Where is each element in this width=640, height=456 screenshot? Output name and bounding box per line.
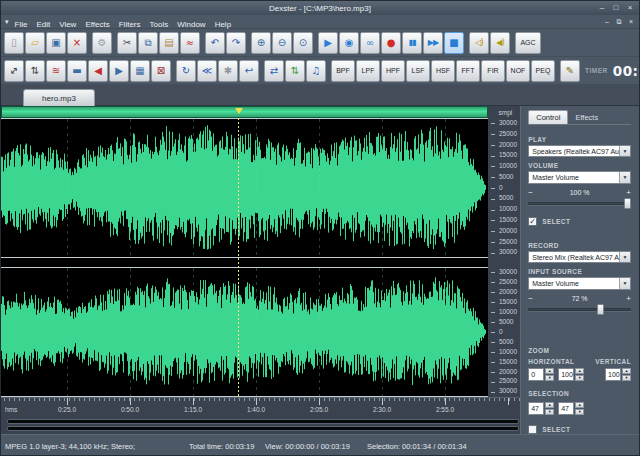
selection-start-value[interactable]: 47 — [528, 402, 544, 415]
paste-button[interactable]: ▤ — [159, 32, 179, 54]
spin-up-icon[interactable]: ▲ — [575, 402, 584, 408]
menu-tools[interactable]: Tools — [150, 20, 169, 29]
filter-hsf-button[interactable]: HSF — [431, 60, 455, 82]
menu-view[interactable]: View — [59, 20, 76, 29]
menu-file[interactable]: File — [15, 20, 28, 29]
volume-slider-thumb[interactable] — [624, 198, 631, 209]
spin-up-icon[interactable]: ▲ — [575, 368, 584, 374]
zoom-selection-button[interactable]: ⊙ — [293, 32, 313, 54]
spin-up-icon[interactable]: ▲ — [622, 368, 631, 374]
id3-tag-button[interactable]: ♫ — [306, 60, 326, 82]
filter-lpf-button[interactable]: LPF — [356, 60, 380, 82]
chevron-down-icon[interactable]: ▼ — [619, 278, 630, 288]
zoom-in-button[interactable]: ⊕ — [251, 32, 271, 54]
spin-down-icon[interactable]: ▼ — [622, 375, 631, 381]
loop-button[interactable]: ∞ — [360, 32, 380, 54]
document-close-button[interactable]: × — [627, 18, 635, 26]
reverse-button[interactable]: ↩ — [239, 60, 259, 82]
undo-button[interactable]: ↶ — [205, 32, 225, 54]
input-decrease-button[interactable]: − — [528, 294, 538, 303]
horizontal-scrollbar-right[interactable] — [7, 426, 519, 431]
filter-bpf-button[interactable]: BPF — [331, 60, 355, 82]
chevron-down-icon[interactable]: ▼ — [619, 172, 630, 182]
record-device-select[interactable]: Stereo Mix (Realtek AC97 A ▼ — [528, 251, 631, 263]
open-file-button[interactable]: ▱ — [25, 32, 45, 54]
filter-fft-button[interactable]: FFT — [456, 60, 480, 82]
document-minimize-button[interactable]: – — [603, 18, 611, 26]
cut-button[interactable]: ✂ — [117, 32, 137, 54]
fade-out-button[interactable]: ▶ — [109, 60, 129, 82]
normalize-button[interactable]: ⇅ — [25, 60, 45, 82]
select-bottom-checkbox[interactable] — [528, 425, 537, 434]
time-ruler[interactable]: hms 0:25.00:50.01:15.01:40.02:05.02:30.0… — [1, 397, 519, 417]
stretch-button[interactable]: ↔ — [4, 60, 24, 82]
input-source-select[interactable]: Master Volume ▼ — [528, 277, 631, 289]
selection-end-spinner[interactable]: 47 ▲▼ — [558, 402, 584, 415]
record-button[interactable]: ● — [381, 32, 401, 54]
play-button[interactable]: ▶ — [318, 32, 338, 54]
filter-nof-button[interactable]: NOF — [506, 60, 530, 82]
select-checkbox[interactable]: ✓ — [528, 217, 537, 226]
spin-down-icon[interactable]: ▼ — [545, 409, 554, 415]
overview-strip[interactable] — [1, 106, 488, 118]
tab-effects[interactable]: Effects — [568, 111, 605, 124]
selection-end-value[interactable]: 47 — [558, 402, 574, 415]
right-channel[interactable] — [1, 267, 488, 397]
noise-reduction-button[interactable]: ✱ — [218, 60, 238, 82]
close-file-button[interactable]: × — [67, 32, 87, 54]
volume-slider[interactable] — [528, 198, 631, 207]
playhead-line[interactable] — [238, 118, 239, 397]
selection-start-spinner[interactable]: 47 ▲▼ — [528, 402, 554, 415]
envelope-button[interactable]: ⊠ — [151, 60, 171, 82]
speaker-input-button[interactable]: ◁) — [469, 32, 489, 54]
volume-increase-button[interactable]: + — [621, 188, 631, 197]
input-increase-button[interactable]: + — [621, 294, 631, 303]
new-file-button[interactable]: ▯ — [4, 32, 24, 54]
insert-silence-button[interactable]: ⇄ — [264, 60, 284, 82]
menu-filters[interactable]: Filters — [119, 20, 141, 29]
chevron-down-icon[interactable]: ▼ — [619, 252, 630, 262]
menu-help[interactable]: Help — [215, 20, 231, 29]
options-button[interactable]: ⚙ — [92, 32, 112, 54]
tab-control[interactable]: Control — [528, 110, 568, 124]
volume-decrease-button[interactable]: − — [528, 188, 538, 197]
swap-channels-button[interactable]: ↻ — [176, 60, 196, 82]
redo-button[interactable]: ↷ — [226, 32, 246, 54]
silence-button[interactable]: ▬ — [67, 60, 87, 82]
zoom-horizontal-start-spinner[interactable]: 0 ▲▼ — [528, 368, 554, 381]
zoom-horizontal-start-value[interactable]: 0 — [528, 368, 544, 381]
adjust-pitch-button[interactable]: ⇅ — [285, 60, 305, 82]
mix-button[interactable]: ≈ — [180, 32, 200, 54]
horizontal-scrollbar-left[interactable] — [7, 419, 519, 424]
volume-source-select[interactable]: Master Volume ▼ — [528, 171, 631, 183]
document-restore-button[interactable]: ⧉ — [615, 18, 623, 26]
zoom-vertical-spinner[interactable]: 100 ▲▼ — [605, 368, 631, 381]
chevron-down-icon[interactable]: ▼ — [619, 146, 630, 156]
document-tab[interactable]: hero.mp3 — [23, 89, 95, 106]
zoom-horizontal-end-spinner[interactable]: 100 ▲▼ — [558, 368, 584, 381]
amplify-button[interactable]: ≋ — [46, 60, 66, 82]
invert-button[interactable]: ▦ — [130, 60, 150, 82]
spin-down-icon[interactable]: ▼ — [575, 375, 584, 381]
copy-button[interactable]: ⧉ — [138, 32, 158, 54]
zoom-horizontal-end-value[interactable]: 100 — [558, 368, 574, 381]
maximize-button[interactable]: □ — [611, 3, 621, 13]
play-file-button[interactable]: ◉ — [339, 32, 359, 54]
save-file-button[interactable]: ▣ — [46, 32, 66, 54]
filter-fir-button[interactable]: FIR — [481, 60, 505, 82]
input-slider-thumb[interactable] — [597, 304, 604, 315]
speaker-output-button[interactable]: ◀) — [490, 32, 510, 54]
left-channel[interactable] — [1, 118, 488, 258]
agc-button[interactable]: AGC — [515, 32, 541, 54]
zoom-vertical-value[interactable]: 100 — [605, 368, 621, 381]
spin-down-icon[interactable]: ▼ — [575, 409, 584, 415]
menu-pin-icon[interactable]: ▾ — [5, 18, 9, 26]
minimize-button[interactable]: – — [597, 3, 607, 13]
wave-display[interactable] — [1, 118, 488, 397]
zoom-out-button[interactable]: ⊖ — [272, 32, 292, 54]
echo-button[interactable]: ≪ — [197, 60, 217, 82]
fade-in-button[interactable]: ◀ — [88, 60, 108, 82]
menu-edit[interactable]: Edit — [36, 20, 50, 29]
input-slider[interactable] — [528, 304, 631, 313]
playhead-marker-icon[interactable] — [235, 108, 243, 114]
